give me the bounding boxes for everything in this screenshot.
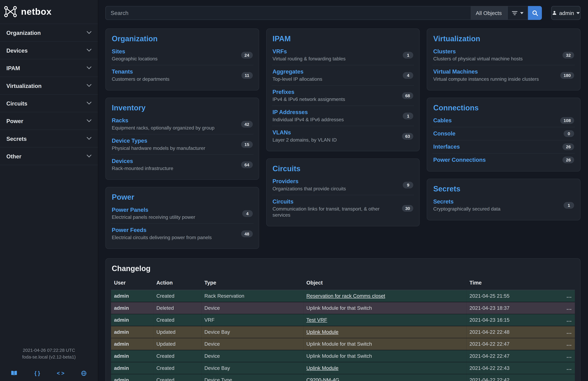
item-desc: Physical hardware models by manufacturer	[112, 145, 205, 151]
card-item-clusters[interactable]: ClustersClusters of physical virtual mac…	[433, 45, 575, 65]
card-title: Circuits	[273, 164, 413, 173]
sidebar-item-label: Organization	[6, 29, 41, 36]
card-item-circuits[interactable]: CircuitsCommunication links for transit,…	[272, 195, 414, 221]
dashboard-grid: Organization SitesGeographic locations 2…	[105, 29, 581, 256]
log-type: Device Bay	[201, 362, 303, 374]
row-menu-ellipsis[interactable]: ...	[538, 326, 575, 338]
card-item-virtual-machines[interactable]: Virtual MachinesVirtual compute instance…	[433, 65, 575, 85]
card-item-vlans[interactable]: VLANsLayer 2 domains, by VLAN ID 63	[272, 126, 414, 146]
globe-icon	[81, 370, 87, 376]
row-menu-ellipsis[interactable]: ...	[538, 314, 575, 326]
log-object-link[interactable]: Uplink Module	[306, 365, 338, 371]
person-icon	[552, 11, 557, 15]
row-menu-ellipsis[interactable]: ...	[538, 362, 575, 374]
graphql-link[interactable]: < >	[49, 370, 72, 376]
sidebar-item-ipam[interactable]: IPAM	[0, 59, 98, 76]
count-badge: 1	[403, 52, 413, 58]
home-link[interactable]: netbox	[0, 0, 98, 24]
log-object-link[interactable]: Uplink Module	[306, 329, 338, 335]
col-header-action: Action	[153, 277, 201, 290]
card-item-devices[interactable]: DevicesRack-mounted infrastructure 64	[111, 154, 253, 175]
netbox-dashboard: netbox Organization Devices IPAM Virtual…	[0, 0, 588, 381]
item-title: Providers	[273, 178, 346, 185]
log-object: Uplink Module for that Switch	[303, 350, 466, 362]
caret-down-icon	[520, 12, 524, 14]
chevron-down-icon	[87, 119, 91, 122]
count-badge: 108	[560, 117, 574, 124]
search-submit-button[interactable]	[528, 6, 542, 20]
card-item-vrfs[interactable]: VRFsVirtual routing & forwarding tables …	[272, 45, 414, 65]
row-menu-ellipsis[interactable]: ...	[538, 338, 575, 350]
sidebar-item-circuits[interactable]: Circuits	[0, 94, 98, 112]
row-menu-ellipsis[interactable]: ...	[538, 302, 575, 314]
changelog-row: admin Created Device Bay Uplink Module 2…	[111, 362, 575, 374]
card-item-console[interactable]: Console 0	[433, 127, 575, 140]
log-user: admin	[111, 362, 153, 374]
object-type-selector[interactable]: All Objects	[471, 6, 507, 20]
item-desc: Top-level IP allocations	[273, 76, 322, 82]
card-item-power-feeds[interactable]: Power FeedsElectrical circuits deliverin…	[111, 223, 253, 244]
card-item-power-panels[interactable]: Power PanelsElectrical panels receiving …	[111, 203, 253, 223]
card-item-tenants[interactable]: TenantsCustomers or departments 11	[111, 65, 253, 85]
rest-api-link[interactable]: { }	[26, 370, 49, 376]
chevron-down-icon	[87, 67, 91, 69]
braces-icon: { }	[35, 370, 40, 376]
sidebar-item-organization[interactable]: Organization	[0, 24, 98, 41]
log-type: Device Type	[201, 374, 303, 381]
card-title: IPAM	[273, 35, 413, 43]
search-filter-dropdown[interactable]	[507, 6, 528, 20]
chevron-down-icon	[87, 102, 91, 105]
brand-name: netbox	[21, 6, 52, 17]
log-user: admin	[111, 374, 153, 381]
item-desc: Rack-mounted infrastructure	[112, 166, 173, 172]
card-organization: Organization SitesGeographic locations 2…	[105, 29, 259, 90]
log-object: Test VRF	[303, 314, 466, 326]
sidebar-item-secrets[interactable]: Secrets	[0, 130, 98, 147]
col-header-object: Object	[303, 277, 466, 290]
docs-link[interactable]	[2, 370, 26, 376]
item-desc: IPv4 & IPv6 network assignments	[273, 96, 345, 102]
changelog-header-row: User Action Type Object Time	[111, 277, 575, 290]
count-badge: 63	[402, 133, 413, 139]
item-title: Aggregates	[273, 68, 322, 75]
log-object-link[interactable]: Test VRF	[306, 317, 327, 323]
row-menu-ellipsis[interactable]: ...	[538, 290, 575, 302]
log-user: admin	[111, 338, 153, 350]
sidebar-item-power[interactable]: Power	[0, 112, 98, 130]
log-object: Reservation for rack Comms closet	[303, 290, 466, 302]
card-item-device-types[interactable]: Device TypesPhysical hardware models by …	[111, 134, 253, 155]
card-item-racks[interactable]: RacksEquipment racks, optionally organiz…	[111, 114, 253, 134]
card-item-prefixes[interactable]: PrefixesIPv4 & IPv6 network assignments …	[272, 85, 414, 106]
log-user: admin	[111, 326, 153, 338]
count-badge: 26	[563, 157, 574, 163]
count-badge: 42	[241, 121, 252, 127]
sidebar-item-virtualization[interactable]: Virtualization	[0, 77, 98, 94]
card-item-interfaces[interactable]: Interfaces 26	[433, 140, 575, 153]
card-item-ip-addresses[interactable]: IP AddressesIndividual IPv4 & IPv6 addre…	[272, 106, 414, 126]
card-item-aggregates[interactable]: AggregatesTop-level IP allocations 4	[272, 65, 414, 85]
log-type: Device	[201, 302, 303, 314]
card-item-power-connections[interactable]: Power Connections 26	[433, 153, 575, 166]
changelog-title: Changelog	[112, 264, 574, 273]
count-badge: 68	[402, 92, 413, 99]
log-object-link[interactable]: C9200-NM-4G	[306, 377, 339, 381]
search-input[interactable]	[105, 6, 471, 20]
community-link[interactable]	[72, 370, 96, 376]
item-desc: Geographic locations	[112, 56, 158, 62]
sidebar-item-devices[interactable]: Devices	[0, 41, 98, 59]
item-title: Secrets	[433, 198, 501, 205]
changelog-row: admin Created VRF Test VRF 2021-04-23 16…	[111, 314, 575, 326]
user-menu-button[interactable]: admin	[551, 6, 581, 20]
card-item-secrets[interactable]: SecretsCryptographically secured data 1	[433, 195, 575, 215]
sidebar-item-other[interactable]: Other	[0, 147, 98, 165]
card-item-sites[interactable]: SitesGeographic locations 24	[111, 45, 253, 65]
item-title: VRFs	[273, 48, 345, 55]
log-object-link[interactable]: Reservation for rack Comms closet	[306, 293, 385, 299]
item-desc: Electrical panels receiving utility powe…	[112, 214, 195, 220]
card-item-providers[interactable]: ProvidersOrganizations that provide circ…	[272, 175, 414, 195]
card-item-cables[interactable]: Cables 108	[433, 114, 575, 127]
row-menu-ellipsis[interactable]: ...	[538, 350, 575, 362]
count-badge: 32	[563, 52, 574, 58]
log-object-text: Uplink Module for that Switch	[306, 341, 372, 347]
row-menu-ellipsis[interactable]: ...	[538, 374, 575, 381]
